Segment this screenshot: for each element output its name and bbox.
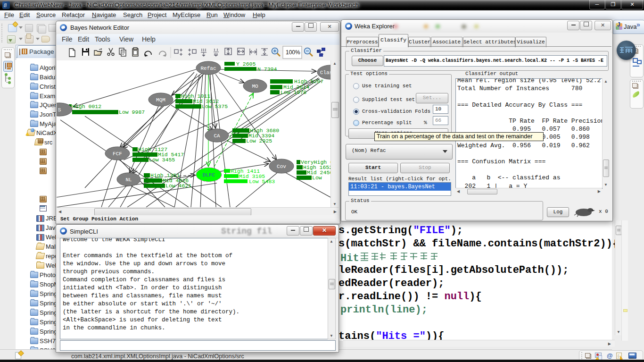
svg-text:Low: Low xyxy=(312,175,322,181)
svg-text:Low 5375: Low 5375 xyxy=(202,103,228,109)
svg-text:Low 5483: Low 5483 xyxy=(249,178,275,185)
svg-text:Clas: Clas xyxy=(320,70,330,76)
svg-text:Low 2925: Low 2925 xyxy=(246,138,272,144)
svg-text:Y 2605: Y 2605 xyxy=(236,61,256,67)
svg-text:FCF: FCF xyxy=(113,151,122,157)
svg-text:Low 1978: Low 1978 xyxy=(281,89,306,95)
svg-text:Refac: Refac xyxy=(200,66,216,71)
svg-text:N 7394: N 7394 xyxy=(257,66,277,72)
svg-text:CA: CA xyxy=(214,133,220,139)
svg-text:100%: 100% xyxy=(286,49,300,56)
svg-text:High 0012: High 0012 xyxy=(72,103,101,109)
svg-text:MO: MO xyxy=(252,84,258,89)
svg-text:S: S xyxy=(58,107,61,113)
svg-text:MQM: MQM xyxy=(156,97,165,103)
svg-text:Low 9987: Low 9987 xyxy=(119,109,145,115)
svg-text:Low 3455: Low 3455 xyxy=(149,157,175,163)
svg-text:Cov: Cov xyxy=(277,164,286,169)
svg-text:NL: NL xyxy=(125,177,132,183)
svg-text:DLFC: DLFC xyxy=(203,172,215,178)
svg-text:Low 4621: Low 4621 xyxy=(165,183,191,189)
